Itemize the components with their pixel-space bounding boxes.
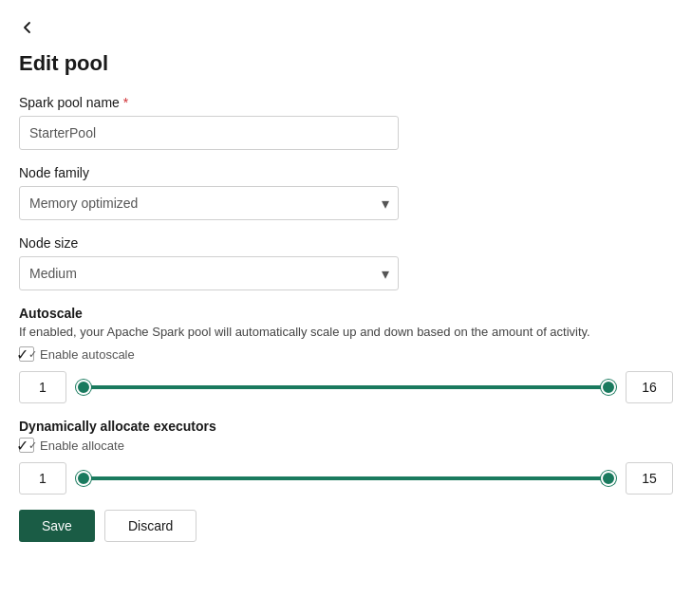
- edit-pool-page: Edit pool Spark pool name * Node family …: [0, 0, 692, 565]
- dynamic-executors-thumb-right[interactable]: [601, 471, 616, 486]
- node-family-section: Node family Memory optimized General pur…: [19, 165, 673, 220]
- autoscale-checkbox-label: Enable autoscale: [40, 347, 135, 362]
- dynamic-executors-thumb-left[interactable]: [76, 471, 91, 486]
- node-size-section: Node size Small Medium Large XLarge XXLa…: [19, 235, 673, 290]
- required-indicator: *: [123, 95, 128, 110]
- action-row: Save Discard: [19, 510, 673, 542]
- node-family-select[interactable]: Memory optimized General purpose Compute…: [19, 186, 399, 220]
- autoscale-section: Autoscale If enabled, your Apache Spark …: [19, 306, 673, 403]
- page-title: Edit pool: [19, 51, 673, 76]
- autoscale-thumb-left[interactable]: [76, 380, 91, 395]
- discard-button[interactable]: Discard: [104, 510, 196, 542]
- spark-pool-name-label: Spark pool name *: [19, 95, 673, 110]
- save-button[interactable]: Save: [19, 510, 95, 542]
- autoscale-slider-row: 1 16: [19, 371, 673, 403]
- dynamic-executors-slider-track: [76, 476, 616, 480]
- back-button[interactable]: [19, 15, 36, 40]
- autoscale-max-box: 16: [626, 371, 673, 403]
- dynamic-executors-checkbox-label: Enable allocate: [40, 439, 124, 453]
- node-family-label: Node family: [19, 165, 673, 180]
- dynamic-executors-checkbox-row[interactable]: ✓ Enable allocate: [19, 438, 673, 453]
- node-family-select-wrapper: Memory optimized General purpose Compute…: [19, 186, 399, 220]
- spark-pool-name-section: Spark pool name *: [19, 95, 673, 150]
- dynamic-executors-min-box: 1: [19, 462, 66, 495]
- autoscale-slider-track: [76, 385, 616, 389]
- back-icon: [19, 19, 36, 36]
- autoscale-slider-track-wrapper[interactable]: [76, 378, 616, 397]
- dynamic-executors-max-box: 15: [626, 462, 673, 495]
- autoscale-description: If enabled, your Apache Spark pool will …: [19, 325, 673, 339]
- autoscale-header: Autoscale: [19, 306, 673, 321]
- autoscale-checkbox[interactable]: ✓: [19, 346, 34, 362]
- dynamic-executors-checkmark: ✓: [16, 437, 28, 455]
- node-size-select-wrapper: Small Medium Large XLarge XXLarge XXXLar…: [19, 256, 399, 290]
- dynamic-executors-slider-row: 1 15: [19, 462, 673, 495]
- spark-pool-name-input[interactable]: [19, 116, 399, 150]
- node-size-label: Node size: [19, 235, 673, 251]
- autoscale-thumb-right[interactable]: [601, 380, 616, 395]
- autoscale-checkmark: ✓: [16, 345, 28, 364]
- dynamic-executors-checkbox[interactable]: ✓: [19, 438, 34, 453]
- dynamic-executors-slider-track-wrapper[interactable]: [76, 469, 616, 488]
- node-size-select[interactable]: Small Medium Large XLarge XXLarge XXXLar…: [19, 256, 399, 290]
- autoscale-checkbox-row[interactable]: ✓ Enable autoscale: [19, 346, 673, 362]
- dynamic-executors-section: Dynamically allocate executors ✓ Enable …: [19, 419, 673, 495]
- autoscale-min-box: 1: [19, 371, 66, 403]
- dynamic-executors-header: Dynamically allocate executors: [19, 419, 673, 434]
